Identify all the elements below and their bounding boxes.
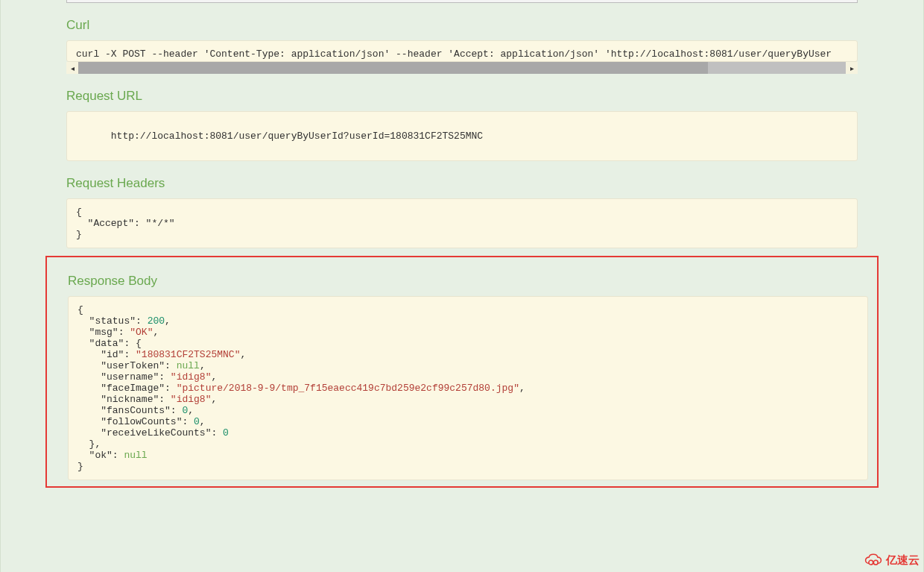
request-headers-title: Request Headers bbox=[66, 176, 879, 191]
request-url-section: Request URL http://localhost:8081/user/q… bbox=[45, 74, 879, 161]
svg-point-1 bbox=[873, 560, 878, 565]
swagger-response-panel: Curl curl -X POST --header 'Content-Type… bbox=[0, 0, 924, 572]
request-headers-block[interactable]: { "Accept": "*/*" } bbox=[66, 198, 858, 248]
response-body-title: Response Body bbox=[68, 274, 877, 289]
request-url-text: http://localhost:8081/user/queryByUserId… bbox=[111, 131, 483, 142]
watermark-text: 亿速云 bbox=[886, 553, 920, 568]
scroll-thumb[interactable] bbox=[78, 62, 708, 74]
curl-title: Curl bbox=[66, 18, 879, 33]
response-body-highlight: Response Body { "status": 200, "msg": "O… bbox=[45, 256, 879, 488]
scroll-right-arrow-icon[interactable]: ▸ bbox=[846, 62, 858, 74]
response-body-section: Response Body { "status": 200, "msg": "O… bbox=[47, 259, 877, 480]
watermark-logo: 亿速云 bbox=[864, 553, 920, 568]
curl-command-block[interactable]: curl -X POST --header 'Content-Type: app… bbox=[66, 40, 858, 62]
svg-point-0 bbox=[869, 560, 873, 565]
curl-section: Curl curl -X POST --header 'Content-Type… bbox=[45, 3, 879, 74]
request-headers-text: { "Accept": "*/*" } bbox=[76, 207, 175, 240]
scroll-track-area[interactable] bbox=[78, 62, 846, 74]
request-headers-section: Request Headers { "Accept": "*/*" } bbox=[45, 161, 879, 248]
cloud-icon bbox=[864, 553, 883, 568]
response-body-block[interactable]: { "status": 200, "msg": "OK", "data": { … bbox=[68, 296, 868, 480]
curl-command-text: curl -X POST --header 'Content-Type: app… bbox=[76, 48, 832, 60]
request-url-title: Request URL bbox=[66, 89, 879, 104]
response-body-json: { "status": 200, "msg": "OK", "data": { … bbox=[77, 304, 525, 472]
request-url-block[interactable]: http://localhost:8081/user/queryByUserId… bbox=[66, 111, 858, 161]
curl-scrollbar[interactable]: ◂ ▸ bbox=[66, 62, 858, 74]
scroll-left-arrow-icon[interactable]: ◂ bbox=[66, 62, 78, 74]
